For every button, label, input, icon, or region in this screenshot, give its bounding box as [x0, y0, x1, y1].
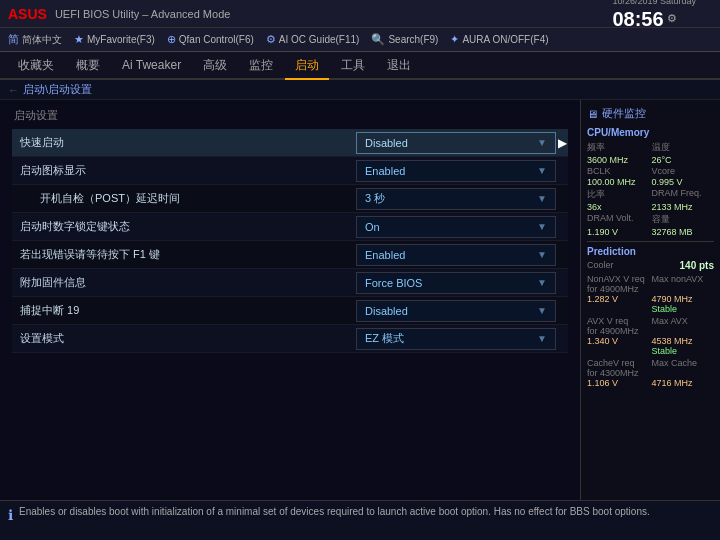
label-post-delay: 开机自检（POST）延迟时间: [32, 191, 356, 206]
search-icon: 🔍: [371, 33, 385, 46]
int19-dropdown-icon: ▼: [537, 305, 547, 316]
firmware-info-dropdown-icon: ▼: [537, 277, 547, 288]
nonavx-label: NonAVX V reqfor 4900MHz: [587, 274, 650, 294]
nav-menu: 收藏夹 概要 Ai Tweaker 高级 监控 启动 工具 退出: [0, 52, 720, 80]
value-firmware-info[interactable]: Force BIOS ▼: [356, 272, 556, 294]
nav-favorites[interactable]: 收藏夹: [8, 53, 64, 78]
toolbar-language[interactable]: 简 简体中文: [8, 32, 62, 47]
info-text: Enables or disables boot with initializa…: [19, 505, 712, 519]
toolbar: 简 简体中文 ★ MyFavorite(F3) ⊕ Qfan Control(F…: [0, 28, 720, 52]
label-setup-mode: 设置模式: [12, 331, 356, 346]
topbar: ASUS UEFI BIOS Utility – Advanced Mode 1…: [0, 0, 720, 28]
nav-aitweaker[interactable]: Ai Tweaker: [112, 54, 191, 76]
nav-advanced[interactable]: 高级: [193, 53, 237, 78]
ratio-value: 36x: [587, 202, 650, 212]
nav-tools[interactable]: 工具: [331, 53, 375, 78]
value-f1-wait[interactable]: Enabled ▼: [356, 244, 556, 266]
settings-gear-icon[interactable]: ⚙: [667, 12, 677, 25]
cache-value: 1.106 V: [587, 378, 650, 388]
maxavx-label: Max AVX: [652, 316, 715, 336]
numlock-dropdown-icon: ▼: [537, 221, 547, 232]
capacity-label: 容量: [652, 213, 715, 226]
value-setup-mode[interactable]: EZ 模式 ▼: [356, 328, 556, 350]
bios-title: UEFI BIOS Utility – Advanced Mode: [55, 8, 613, 20]
dram-freq-value: 2133 MHz: [652, 202, 715, 212]
date-display: 10/26/2019 Saturday: [612, 0, 696, 7]
value-post-delay[interactable]: 3 秒 ▼: [356, 188, 556, 210]
post-delay-value: 3 秒: [365, 191, 385, 206]
boot-logo-value: Enabled: [365, 165, 405, 177]
label-f1-wait: 若出现错误请等待按下 F1 键: [12, 247, 356, 262]
ratio-label: 比率: [587, 188, 650, 201]
label-boot-logo: 启动图标显示: [12, 163, 356, 178]
label-firmware-info: 附加固件信息: [12, 275, 356, 290]
prediction-title: Prediction: [587, 246, 714, 257]
cooler-pts: 140 pts: [680, 260, 714, 271]
value-int19[interactable]: Disabled ▼: [356, 300, 556, 322]
nav-exit[interactable]: 退出: [377, 53, 421, 78]
row-post-delay[interactable]: 开机自检（POST）延迟时间 3 秒 ▼: [12, 185, 568, 213]
capacity-value: 32768 MB: [652, 227, 715, 237]
setup-mode-dropdown-icon: ▼: [537, 333, 547, 344]
favorite-icon: ★: [74, 33, 84, 46]
hw-divider: [587, 241, 714, 242]
setup-mode-value: EZ 模式: [365, 331, 404, 346]
aura-icon: ✦: [450, 33, 459, 46]
info-icon: ℹ: [8, 507, 13, 523]
nav-overview[interactable]: 概要: [66, 53, 110, 78]
numlock-value: On: [365, 221, 380, 233]
main-content: 启动设置 快速启动 Disabled ▼ ▶ 启动图标显示 Enabled ▼: [0, 100, 720, 500]
sub-nav: ← 启动\启动设置: [0, 80, 720, 100]
nav-boot[interactable]: 启动: [285, 53, 329, 80]
value-boot-logo[interactable]: Enabled ▼: [356, 160, 556, 182]
temp-label: 温度: [652, 141, 715, 154]
favorite-label: MyFavorite(F3): [87, 34, 155, 45]
row-firmware-info[interactable]: 附加固件信息 Force BIOS ▼: [12, 269, 568, 297]
row-numlock[interactable]: 启动时数字锁定键状态 On ▼: [12, 213, 568, 241]
value-fast-boot[interactable]: Disabled ▼: [356, 132, 556, 154]
language-label: 简体中文: [22, 33, 62, 47]
datetime: 10/26/2019 Saturday 08:56 ⚙: [612, 0, 696, 31]
fast-boot-dropdown-icon: ▼: [537, 137, 547, 148]
asus-logo: ASUS: [8, 6, 47, 22]
toolbar-search[interactable]: 🔍 Search(F9): [371, 33, 438, 46]
firmware-info-value: Force BIOS: [365, 277, 422, 289]
dram-volt-value: 1.190 V: [587, 227, 650, 237]
row-fast-boot[interactable]: 快速启动 Disabled ▼ ▶: [12, 129, 568, 157]
avx-label: AVX V reqfor 4900MHz: [587, 316, 650, 336]
int19-value: Disabled: [365, 305, 408, 317]
language-icon: 简: [8, 32, 19, 47]
toolbar-aioc[interactable]: ⚙ AI OC Guide(F11): [266, 33, 360, 46]
row-setup-mode[interactable]: 设置模式 EZ 模式 ▼: [12, 325, 568, 353]
vcore-label: Vcore: [652, 166, 715, 176]
label-int19: 捕捉中断 19: [12, 303, 356, 318]
toolbar-qfan[interactable]: ⊕ Qfan Control(F6): [167, 33, 254, 46]
cache-label: CacheV reqfor 4300MHz: [587, 358, 650, 378]
cpu-memory-title: CPU/Memory: [587, 127, 714, 138]
nav-monitor[interactable]: 监控: [239, 53, 283, 78]
hw-monitor-panel: 🖥 硬件监控 CPU/Memory 频率 温度 3600 MHz 26°C BC…: [580, 100, 720, 500]
value-numlock[interactable]: On ▼: [356, 216, 556, 238]
fast-boot-value: Disabled: [365, 137, 408, 149]
freq-value: 3600 MHz: [587, 155, 650, 165]
toolbar-myfavorite[interactable]: ★ MyFavorite(F3): [74, 33, 155, 46]
section-title: 启动设置: [12, 108, 568, 123]
row-f1-wait[interactable]: 若出现错误请等待按下 F1 键 Enabled ▼: [12, 241, 568, 269]
monitor-icon: 🖥: [587, 108, 598, 120]
back-arrow-icon[interactable]: ←: [8, 84, 19, 96]
bclk-value: 100.00 MHz: [587, 177, 650, 187]
row-boot-logo[interactable]: 启动图标显示 Enabled ▼: [12, 157, 568, 185]
boot-logo-dropdown-icon: ▼: [537, 165, 547, 176]
toolbar-aura[interactable]: ✦ AURA ON/OFF(F4): [450, 33, 548, 46]
freq-label: 频率: [587, 141, 650, 154]
label-numlock: 启动时数字锁定键状态: [12, 219, 356, 234]
f1-wait-value: Enabled: [365, 249, 405, 261]
post-delay-dropdown-icon: ▼: [537, 193, 547, 204]
hw-monitor-title: 🖥 硬件监控: [587, 106, 714, 121]
maxcache-value: 4716 MHz: [652, 378, 715, 388]
row-int19[interactable]: 捕捉中断 19 Disabled ▼: [12, 297, 568, 325]
label-fast-boot: 快速启动: [12, 135, 356, 150]
avx-stable: Stable: [652, 346, 715, 356]
maxnonavx-value: 4790 MHz: [652, 294, 715, 304]
dram-volt-label: DRAM Volt.: [587, 213, 650, 226]
